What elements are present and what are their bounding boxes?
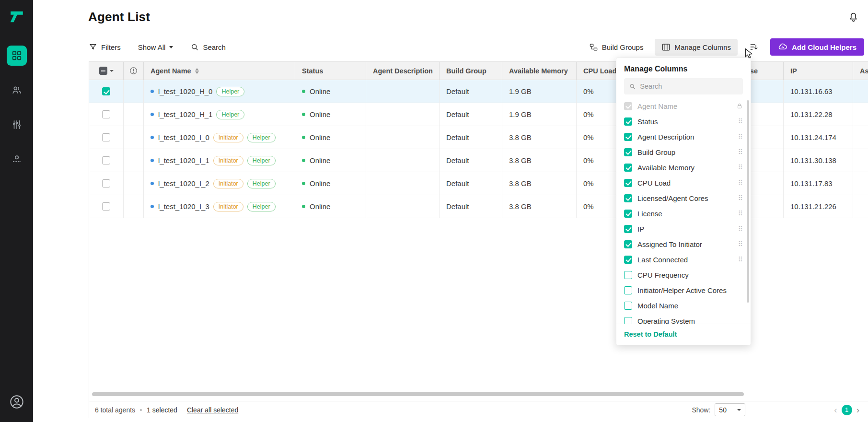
option-checkbox[interactable] bbox=[624, 225, 632, 233]
add-cloud-helpers-button[interactable]: Add Cloud Helpers bbox=[770, 38, 864, 56]
drag-handle-icon[interactable]: ⠿ bbox=[738, 164, 743, 171]
row-checkbox[interactable] bbox=[102, 179, 110, 188]
manage-columns-option[interactable]: IP ⠿ bbox=[616, 221, 751, 236]
manage-columns-option[interactable]: Licensed/Agent Cores ⠿ bbox=[616, 190, 751, 206]
manage-columns-option[interactable]: Agent Name ⠿ bbox=[616, 98, 751, 114]
agent-description bbox=[366, 195, 440, 218]
table-row[interactable]: l_test_1020_I_2 InitiatorHelper Online D… bbox=[89, 172, 868, 195]
manage-columns-button[interactable]: Manage Columns bbox=[655, 39, 738, 56]
drag-handle-icon[interactable]: ⠿ bbox=[738, 210, 743, 217]
select-menu-chevron-icon[interactable] bbox=[110, 70, 114, 72]
table-row[interactable]: l_test_1020_I_3 InitiatorHelper Online D… bbox=[89, 195, 868, 218]
panel-scrollbar[interactable] bbox=[747, 100, 749, 303]
option-checkbox[interactable] bbox=[624, 102, 632, 110]
page-size-select[interactable]: 50 bbox=[715, 403, 745, 416]
column-header-assigned-to-initiator[interactable]: Assigned To Initiator bbox=[853, 62, 868, 80]
clear-all-selected-link[interactable]: Clear all selected bbox=[187, 406, 238, 414]
option-checkbox[interactable] bbox=[624, 210, 632, 218]
assigned-to-initiator bbox=[853, 195, 868, 218]
sidebar-item-settings[interactable] bbox=[7, 115, 27, 135]
manage-columns-option[interactable]: Last Connected ⠿ bbox=[616, 252, 751, 267]
row-checkbox[interactable] bbox=[102, 133, 110, 141]
column-header-agent-description[interactable]: Agent Description bbox=[366, 62, 440, 80]
manage-columns-option[interactable]: Agent Description ⠿ bbox=[616, 129, 751, 144]
search-button[interactable]: Search bbox=[190, 43, 226, 51]
badge-list: InitiatorHelper bbox=[209, 202, 276, 211]
table-row[interactable]: l_test_1020_I_1 InitiatorHelper Online D… bbox=[89, 149, 868, 172]
circle-exclamation-icon bbox=[129, 66, 138, 75]
agent-dot-icon bbox=[150, 90, 154, 93]
option-checkbox[interactable] bbox=[624, 256, 632, 264]
alert-cell bbox=[124, 172, 144, 195]
sidebar-item-users[interactable] bbox=[7, 80, 27, 100]
option-checkbox[interactable] bbox=[624, 286, 632, 294]
manage-columns-option[interactable]: Build Group ⠿ bbox=[616, 144, 751, 160]
option-checkbox[interactable] bbox=[624, 117, 632, 126]
manage-columns-option[interactable]: License ⠿ bbox=[616, 206, 751, 221]
build-groups-button[interactable]: Build Groups bbox=[589, 43, 644, 52]
agent-table: Agent Name Status Agent Description Buil… bbox=[89, 61, 868, 418]
pagination-current-page[interactable]: 1 bbox=[842, 405, 852, 415]
option-checkbox[interactable] bbox=[624, 179, 632, 187]
row-checkbox[interactable] bbox=[102, 156, 110, 164]
column-header-build-group[interactable]: Build Group bbox=[440, 62, 502, 80]
drag-handle-icon[interactable]: ⠿ bbox=[738, 133, 743, 140]
brand-logo-icon[interactable] bbox=[0, 0, 33, 33]
option-checkbox[interactable] bbox=[624, 271, 632, 279]
row-checkbox[interactable] bbox=[102, 87, 110, 95]
option-checkbox[interactable] bbox=[624, 133, 632, 141]
row-checkbox[interactable] bbox=[102, 202, 110, 211]
option-checkbox[interactable] bbox=[624, 194, 632, 202]
drag-handle-icon[interactable]: ⠿ bbox=[738, 225, 743, 232]
manage-columns-search[interactable] bbox=[624, 78, 743, 94]
reset-to-default-link[interactable]: Reset to Default bbox=[624, 330, 677, 338]
column-header-status[interactable]: Status bbox=[295, 62, 366, 80]
drag-handle-icon[interactable]: ⠿ bbox=[738, 256, 743, 263]
manage-columns-option[interactable]: CPU Frequency ⠿ bbox=[616, 267, 751, 282]
option-checkbox[interactable] bbox=[624, 148, 632, 156]
manage-columns-option[interactable]: Status ⠿ bbox=[616, 114, 751, 129]
option-checkbox[interactable] bbox=[624, 302, 632, 310]
manage-columns-option[interactable]: Assigned To Initiator ⠿ bbox=[616, 236, 751, 252]
horizontal-scrollbar[interactable] bbox=[92, 392, 744, 396]
table-row[interactable]: l_test_1020_H_1 Helper Online Default 1.… bbox=[89, 103, 868, 126]
option-checkbox[interactable] bbox=[624, 164, 632, 172]
profile-button[interactable] bbox=[9, 394, 24, 411]
manage-columns-option[interactable]: Initiator/Helper Active Cores ⠿ bbox=[616, 282, 751, 298]
pagination-prev-icon[interactable]: ‹ bbox=[834, 405, 837, 415]
drag-handle-icon[interactable]: ⠿ bbox=[738, 241, 743, 247]
manage-columns-option[interactable]: Operating System ⠿ bbox=[616, 313, 751, 324]
column-header-available-memory[interactable]: Available Memory bbox=[502, 62, 577, 80]
sidebar-item-agents[interactable] bbox=[7, 46, 27, 66]
option-label: Assigned To Initiator bbox=[637, 240, 733, 248]
row-checkbox[interactable] bbox=[102, 110, 110, 118]
sort-carets-icon[interactable] bbox=[195, 68, 199, 74]
agent-status-text: Online bbox=[310, 133, 330, 141]
filters-button[interactable]: Filters bbox=[89, 43, 121, 51]
option-checkbox[interactable] bbox=[624, 317, 632, 324]
manage-columns-search-input[interactable] bbox=[640, 82, 738, 90]
column-header-ip[interactable]: IP bbox=[784, 62, 853, 80]
drag-handle-icon[interactable]: ⠿ bbox=[738, 179, 743, 186]
column-header-agent-name[interactable]: Agent Name bbox=[144, 62, 295, 80]
option-label: Licensed/Agent Cores bbox=[637, 194, 733, 202]
table-row[interactable]: l_test_1020_H_0 Helper Online Default 1.… bbox=[89, 80, 868, 103]
drag-handle-icon[interactable]: ⠿ bbox=[738, 195, 743, 201]
online-dot-icon bbox=[302, 113, 305, 116]
pagination-next-icon[interactable]: › bbox=[856, 405, 859, 415]
notifications-button[interactable] bbox=[847, 11, 859, 24]
show-all-dropdown[interactable]: Show All bbox=[138, 43, 174, 51]
drag-handle-icon[interactable]: ⠿ bbox=[738, 118, 743, 125]
option-checkbox[interactable] bbox=[624, 240, 632, 248]
manage-columns-option[interactable]: CPU Load ⠿ bbox=[616, 175, 751, 190]
sort-order-button[interactable] bbox=[749, 42, 759, 52]
manage-columns-option[interactable]: Available Memory ⠿ bbox=[616, 160, 751, 175]
table-body: l_test_1020_H_0 Helper Online Default 1.… bbox=[89, 80, 868, 218]
available-memory: 3.8 GB bbox=[502, 149, 577, 172]
drag-handle-icon[interactable]: ⠿ bbox=[738, 149, 743, 155]
manage-columns-option[interactable]: Model Name ⠿ bbox=[616, 298, 751, 313]
manage-columns-panel: Manage Columns Agent Name ⠿ Status ⠿ Age… bbox=[616, 58, 751, 345]
table-row[interactable]: l_test_1020_I_0 InitiatorHelper Online D… bbox=[89, 126, 868, 149]
sidebar-item-console[interactable] bbox=[7, 149, 27, 169]
select-all-checkbox[interactable] bbox=[99, 67, 107, 75]
